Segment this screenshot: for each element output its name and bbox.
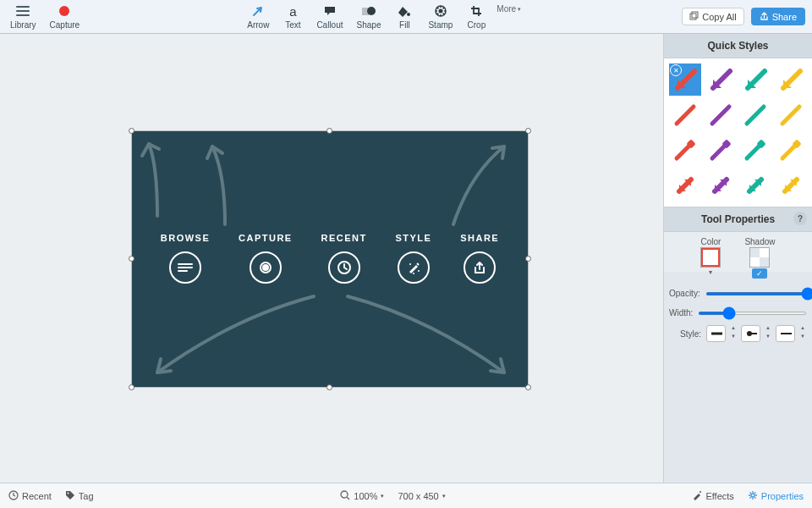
browse-icon	[169, 251, 201, 284]
tool-text[interactable]: a Text	[279, 2, 306, 31]
resize-handle[interactable]	[129, 384, 134, 390]
zoom-control[interactable]: 100% ▾	[340, 490, 384, 502]
tool-stamp[interactable]: Stamp	[425, 2, 456, 31]
quick-styles-grid	[664, 58, 812, 207]
quick-style-2[interactable]	[740, 64, 772, 96]
wand-icon	[692, 490, 702, 502]
shadow-swatch[interactable]: ✓	[750, 248, 769, 267]
stamp-tool-icon	[431, 3, 451, 19]
quick-style-7[interactable]	[775, 99, 807, 131]
svg-point-5	[438, 9, 442, 14]
end-start-stepper[interactable]: ▲▼	[764, 325, 772, 342]
color-picker[interactable]: Color	[700, 237, 721, 267]
resize-handle[interactable]	[525, 384, 531, 390]
quick-style-4[interactable]	[669, 99, 701, 131]
svg-point-0	[59, 6, 69, 16]
opacity-slider[interactable]	[705, 292, 812, 295]
line-style-stepper[interactable]: ▲▼	[729, 325, 738, 342]
right-panel: Quick Styles Tool Properties ? Color Sha…	[663, 34, 812, 483]
svg-point-26	[700, 491, 701, 493]
quick-style-10[interactable]	[740, 135, 772, 167]
properties-button[interactable]: Properties	[748, 490, 804, 502]
toolbar-center: Arrow a Text Callout Shape Fill Stamp Cr…	[83, 2, 682, 31]
chevron-down-icon: ▾	[518, 6, 521, 13]
resize-handle[interactable]	[326, 128, 332, 134]
text-tool-icon: a	[283, 3, 303, 19]
color-swatch[interactable]	[701, 248, 720, 267]
recent-button[interactable]: Recent	[8, 490, 52, 502]
resize-handle[interactable]	[129, 128, 134, 134]
chevron-down-icon: ▾	[381, 493, 384, 500]
fill-tool-icon	[394, 3, 414, 19]
end-start-select[interactable]	[741, 325, 760, 342]
svg-point-12	[409, 263, 411, 265]
crop-tool-icon	[466, 3, 486, 19]
shadow-toggle[interactable]: Shadow ✓	[744, 237, 775, 267]
tool-callout[interactable]: Callout	[313, 2, 346, 31]
copy-icon	[689, 11, 699, 22]
svg-point-27	[751, 494, 754, 497]
check-icon: ✓	[752, 268, 767, 279]
toolbar-right: Copy All Share	[682, 8, 805, 25]
share-icon	[760, 11, 769, 22]
callout-tool-icon	[320, 3, 340, 19]
record-icon	[54, 3, 74, 19]
share-button[interactable]: Share	[751, 8, 805, 25]
library-label: Library	[10, 20, 36, 30]
tool-fill[interactable]: Fill	[391, 2, 418, 31]
capture-button[interactable]: Capture	[47, 2, 84, 31]
tool-arrow[interactable]: Arrow	[244, 2, 272, 31]
dimensions-display[interactable]: 700 x 450 ▾	[398, 490, 445, 502]
tool-properties-title: Tool Properties ?	[664, 207, 812, 232]
arrow-tool-icon	[248, 3, 268, 19]
help-icon[interactable]: ?	[793, 212, 807, 225]
line-style-select[interactable]	[706, 325, 726, 342]
quick-style-1[interactable]	[705, 64, 737, 96]
library-button[interactable]: Library	[7, 2, 40, 31]
end-tip-stepper[interactable]: ▲▼	[798, 325, 807, 342]
top-toolbar: Library Capture Arrow a Text Callout Sha…	[0, 0, 812, 34]
shape-tool-icon	[359, 3, 379, 19]
quick-style-6[interactable]	[740, 99, 772, 131]
svg-point-21	[747, 331, 752, 336]
tool-shape[interactable]: Shape	[354, 2, 385, 31]
more-tools[interactable]: More▾	[497, 2, 521, 14]
recent-icon	[328, 251, 360, 284]
tool-crop[interactable]: Crop	[463, 2, 490, 31]
resize-handle[interactable]	[525, 256, 531, 262]
share-out-icon	[464, 251, 496, 284]
svg-point-24	[67, 492, 69, 494]
copy-all-button[interactable]: Copy All	[682, 8, 743, 25]
resize-handle[interactable]	[525, 128, 531, 134]
quick-style-5[interactable]	[705, 99, 737, 131]
resize-handle[interactable]	[326, 384, 332, 390]
capture-label: Capture	[50, 20, 80, 30]
quick-style-3[interactable]	[775, 64, 807, 96]
canvas[interactable]: BROWSE CAPTURE RECENT STYLE SHARE	[0, 34, 663, 483]
card-style: STYLE	[395, 233, 431, 284]
quick-style-13[interactable]	[705, 169, 737, 202]
quick-style-15[interactable]	[775, 169, 807, 202]
svg-point-13	[418, 270, 420, 272]
tag-icon	[65, 490, 75, 502]
status-bar: Recent Tag 100% ▾ 700 x 450 ▾ Effects Pr…	[0, 483, 812, 508]
gear-icon	[748, 490, 758, 502]
selected-image[interactable]: BROWSE CAPTURE RECENT STYLE SHARE	[132, 131, 528, 387]
resize-handle[interactable]	[129, 256, 134, 262]
chevron-down-icon: ▾	[442, 493, 446, 500]
quick-style-9[interactable]	[705, 135, 737, 167]
quick-style-14[interactable]	[740, 169, 772, 202]
toolbar-left: Library Capture	[7, 2, 83, 31]
quick-style-0[interactable]	[669, 64, 701, 96]
quick-style-11[interactable]	[775, 135, 807, 167]
width-slider[interactable]	[698, 312, 807, 315]
quick-style-8[interactable]	[669, 135, 701, 167]
main-area: BROWSE CAPTURE RECENT STYLE SHARE	[0, 34, 812, 483]
quick-style-12[interactable]	[669, 169, 701, 202]
effects-button[interactable]: Effects	[692, 490, 733, 502]
tag-button[interactable]: Tag	[65, 490, 94, 502]
card-share: SHARE	[460, 233, 499, 284]
svg-point-25	[341, 491, 348, 498]
end-tip-select[interactable]	[776, 325, 795, 342]
width-row: Width:	[664, 303, 812, 323]
